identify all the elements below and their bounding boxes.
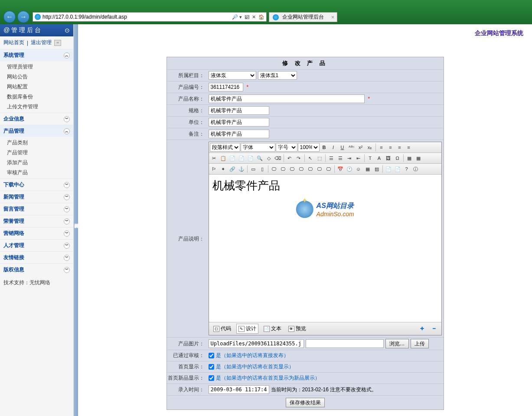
ol-icon[interactable]: ☰ xyxy=(327,154,336,162)
anchor-icon[interactable]: ⚓ xyxy=(237,165,246,173)
menu-header-9[interactable]: 友情链接︾ xyxy=(0,252,73,263)
menu-header-8[interactable]: 人才管理︾ xyxy=(0,240,73,251)
help-icon[interactable]: ? xyxy=(402,165,411,173)
size-select[interactable]: 字号 xyxy=(276,143,297,152)
outdent-icon[interactable]: ⇤ xyxy=(354,154,363,162)
chevron-icon[interactable]: ︾ xyxy=(64,194,70,200)
menu-item[interactable]: 网站公告 xyxy=(0,72,73,82)
underline-icon[interactable]: U xyxy=(338,143,347,152)
align-justify-icon[interactable]: ≡ xyxy=(405,143,413,152)
home-icon[interactable]: 🏠 xyxy=(258,14,264,20)
super-icon[interactable]: x² xyxy=(356,143,365,152)
bgcolor-icon[interactable]: A xyxy=(375,154,384,162)
unit-input[interactable] xyxy=(209,118,269,127)
flag-icon[interactable]: 🏳 xyxy=(210,165,219,173)
format-select[interactable]: 段落样式 xyxy=(210,143,240,152)
menu-header-1[interactable]: 企业信息︾ xyxy=(0,113,73,125)
chevron-icon[interactable]: ︾ xyxy=(64,255,70,261)
menu-item[interactable]: 网站配置 xyxy=(0,82,73,92)
menu-item[interactable]: 数据库备份 xyxy=(0,92,73,102)
expand-icon[interactable]: ✚ xyxy=(418,325,427,333)
menu-header-0[interactable]: 系统管理︽ xyxy=(0,49,73,61)
chevron-icon[interactable]: ︾ xyxy=(64,231,70,237)
media1-icon[interactable]: 🖵 xyxy=(270,165,278,173)
upload-button[interactable]: 上传 xyxy=(411,339,429,348)
flash-icon[interactable]: ✦ xyxy=(219,165,228,173)
link-icon[interactable]: 🔗 xyxy=(228,165,237,173)
paste-word-icon[interactable]: 📄 xyxy=(246,154,255,162)
menu-item[interactable]: 上传文件管理 xyxy=(0,102,73,112)
table-icon[interactable]: ▦ xyxy=(405,154,414,162)
mode-text[interactable]: 📄文本 xyxy=(262,324,283,333)
spec-input[interactable] xyxy=(209,106,269,115)
category-select-2[interactable]: 液体泵1 xyxy=(258,71,297,80)
zoom-select[interactable]: 100% xyxy=(298,143,320,152)
home-new-checkbox[interactable] xyxy=(209,375,214,381)
font-select[interactable]: 字体 xyxy=(241,143,275,152)
chevron-icon[interactable]: ︾ xyxy=(64,116,70,122)
category-select-1[interactable]: 液体泵 xyxy=(209,71,256,80)
logout-link[interactable]: 退出管理 xyxy=(31,39,52,46)
shrink-icon[interactable]: ━ xyxy=(430,325,439,333)
paste-text-icon[interactable]: 📄 xyxy=(237,154,246,162)
browser-tab[interactable]: 企业网站管理后台 × xyxy=(269,12,337,22)
mode-preview[interactable]: 👁预览 xyxy=(287,324,308,333)
align-right-icon[interactable]: ≡ xyxy=(395,143,404,152)
chevrons-icon[interactable]: ‹‹ xyxy=(54,40,61,46)
media7-icon[interactable]: 🖵 xyxy=(324,165,333,173)
splitter-handle[interactable]: 屏幕切换 xyxy=(74,24,78,416)
doc-icon[interactable]: 📄 xyxy=(384,165,393,173)
product-name-input[interactable] xyxy=(209,94,365,103)
menu-item[interactable]: 添加产品 xyxy=(0,158,73,168)
refresh-icon[interactable]: 🗟 xyxy=(245,14,249,20)
ul-icon[interactable]: ☰ xyxy=(336,154,345,162)
row-icon[interactable]: ▭ xyxy=(249,165,258,173)
menu-header-2[interactable]: 产品管理︽ xyxy=(0,125,73,137)
menu-item[interactable]: 管理员管理 xyxy=(0,62,73,72)
undo-icon[interactable]: ↶ xyxy=(285,154,294,162)
chevron-icon[interactable]: ︾ xyxy=(64,182,70,188)
media6-icon[interactable]: 🖵 xyxy=(315,165,324,173)
search-go-icon[interactable]: 🔎 ▾ xyxy=(232,14,242,20)
menu-item[interactable]: 审核产品 xyxy=(0,168,73,178)
chevron-icon[interactable]: ︾ xyxy=(64,206,70,212)
menu-header-7[interactable]: 营销网络︾ xyxy=(0,228,73,239)
home-link[interactable]: 网站首页 xyxy=(3,39,24,46)
address-bar[interactable]: http://127.0.0.1:99/admin/default.asp 🔎 … xyxy=(33,12,267,22)
media2-icon[interactable]: 🖵 xyxy=(279,165,287,173)
collapse-all-icon[interactable]: ⊙ xyxy=(65,27,70,34)
char-icon[interactable]: Ω xyxy=(393,154,402,162)
find-icon[interactable]: 🔍 xyxy=(255,154,264,162)
menu-header-10[interactable]: 版权信息︾ xyxy=(0,264,73,276)
mode-code[interactable]: ⟨⟩代码 xyxy=(212,324,233,333)
cut-icon[interactable]: ✂ xyxy=(210,154,219,162)
menu-item[interactable]: 产品类别 xyxy=(0,138,73,148)
image-path-input[interactable] xyxy=(209,339,304,348)
col-icon[interactable]: ▯ xyxy=(258,165,267,173)
submit-button[interactable]: 保存修改结果 xyxy=(286,398,325,407)
menu-header-5[interactable]: 留言管理︾ xyxy=(0,203,73,215)
chevron-icon[interactable]: ︾ xyxy=(64,243,70,249)
editor-content[interactable]: 机械零件产品 AS网站目录 AdminSo.com xyxy=(209,175,441,322)
select-icon[interactable]: ⬚ xyxy=(315,154,324,162)
eraser-icon[interactable]: ⌫ xyxy=(274,154,282,162)
chevron-icon[interactable]: ︾ xyxy=(64,218,70,224)
doc2-icon[interactable]: 📄 xyxy=(393,165,402,173)
align-left-icon[interactable]: ≡ xyxy=(377,143,386,152)
sub-icon[interactable]: x₂ xyxy=(366,143,374,152)
date-icon[interactable]: 📅 xyxy=(336,165,345,173)
menu-header-3[interactable]: 下载中心︾ xyxy=(0,179,73,191)
product-no-input[interactable] xyxy=(209,83,243,91)
block-icon[interactable]: ▦ xyxy=(363,165,372,173)
about-icon[interactable]: ⓘ xyxy=(411,165,420,173)
indent-icon[interactable]: ⇥ xyxy=(345,154,354,162)
remark-input[interactable] xyxy=(209,130,269,138)
entry-time-input[interactable] xyxy=(209,385,269,394)
stop-icon[interactable]: ✕ xyxy=(252,14,256,20)
italic-icon[interactable]: I xyxy=(329,143,338,152)
media5-icon[interactable]: 🖵 xyxy=(306,165,315,173)
approved-checkbox[interactable] xyxy=(209,353,214,358)
chevron-icon[interactable]: ︾ xyxy=(64,267,70,273)
arrow-icon[interactable]: ↖ xyxy=(306,154,315,162)
fgcolor-icon[interactable]: T xyxy=(366,154,375,162)
